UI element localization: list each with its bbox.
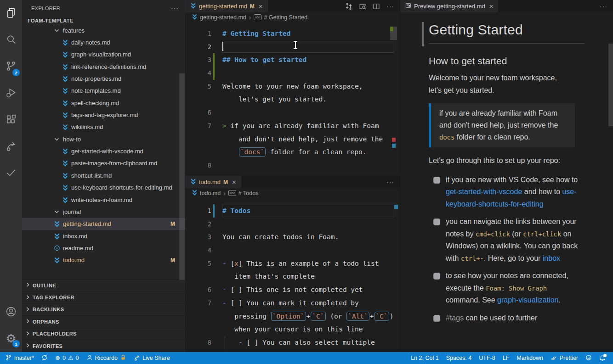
token: Welcome to your new foam workspace, <box>222 83 363 90</box>
open-preview-icon[interactable] <box>359 3 366 10</box>
file-get-started-with-vscode.md[interactable]: get-started-with-vscode.md <box>22 146 185 157</box>
file-daily-notes.md[interactable]: daily-notes.md <box>22 36 185 48</box>
section-tag-explorer[interactable]: TAG EXPLORER <box>22 291 185 303</box>
close-icon[interactable]: × <box>232 178 236 186</box>
file-note-properties.md[interactable]: note-properties.md <box>22 73 185 84</box>
explorer-more-actions[interactable]: ··· <box>171 5 179 12</box>
tree-item-label: link-reference-definitions.md <box>71 63 146 70</box>
token: [ ] You can mark it completed by <box>227 299 359 307</box>
status-language-mode[interactable]: Markdown <box>513 352 547 364</box>
file-write-notes-in-foam.md[interactable]: write-notes-in-foam.md <box>22 194 185 206</box>
explorer-sidebar: EXPLORER ··· FOAM-TEMPLATE featuresdaily… <box>22 0 185 352</box>
tab-getting-started.md[interactable]: getting-started.mdM× <box>185 0 268 12</box>
status-encoding[interactable]: UTF-8 <box>475 352 499 364</box>
wikilink[interactable]: get-started-with-vscode <box>446 188 522 196</box>
line-content: let's get you started. <box>238 93 327 106</box>
workspace-root-row[interactable]: FOAM-TEMPLATE <box>22 16 185 25</box>
split-editor-icon[interactable] <box>373 3 380 10</box>
activity-checks[interactable] <box>0 162 22 185</box>
line-content: > if you are already familiar with Foam <box>222 119 379 133</box>
code-editor[interactable]: 1# Todos23You can create todos in Foam.4… <box>185 198 400 352</box>
status-problems[interactable]: ⊗0⚠0 <box>51 352 82 364</box>
section-outline[interactable]: OUTLINE <box>22 279 185 291</box>
breadcrumb-symbol[interactable]: # Todos <box>238 190 259 196</box>
code-editor[interactable]: 1# Getting Started23## How to get starte… <box>185 22 400 176</box>
task-text: #tags can be used to further <box>446 312 537 325</box>
file-paste-images-from-clipboard.md[interactable]: paste-images-from-clipboard.md <box>22 157 185 169</box>
checkbox[interactable] <box>433 177 440 184</box>
section-backlinks[interactable]: BACKLINKS <box>22 303 185 315</box>
token: # Todos <box>222 207 250 214</box>
open-changes-icon[interactable] <box>345 3 352 10</box>
status-notifications[interactable] <box>596 352 609 364</box>
breadcrumb-symbol[interactable]: # Getting Started <box>264 14 307 21</box>
folder-how-to[interactable]: how-to <box>22 133 185 145</box>
section-favorites[interactable]: FAVORITES <box>22 340 185 352</box>
line-content: - [ ] You can mark it completed by <box>222 297 359 310</box>
activity-explorer[interactable] <box>0 3 22 25</box>
checkbox[interactable] <box>433 218 440 225</box>
file-shortcut-list.md[interactable]: shortcut-list.md <box>22 169 185 181</box>
breadcrumb-file[interactable]: todo.md <box>200 190 221 196</box>
folder-journal[interactable]: journal <box>22 206 185 218</box>
chevron-down-icon <box>53 27 60 34</box>
line-content: - [ ] This one is not completed yet <box>222 283 363 297</box>
activity-source-control[interactable]: 2 <box>0 56 22 78</box>
token: - <box>222 299 227 307</box>
status-sync[interactable] <box>38 352 51 364</box>
token: let's get you started. <box>238 95 327 103</box>
checkbox[interactable] <box>433 273 440 280</box>
file-readme.md[interactable]: readme.md <box>22 242 185 254</box>
activity-search[interactable] <box>0 29 22 51</box>
more-icon[interactable]: ··· <box>600 3 607 10</box>
tab-todo.md[interactable]: todo.mdM× <box>185 176 241 188</box>
section-orphans[interactable]: ORPHANS <box>22 315 185 327</box>
file-wikilinks.md[interactable]: wikilinks.md <box>22 121 185 133</box>
token: `docs` <box>239 147 266 157</box>
status-cursor-position[interactable]: Ln 2, Col 1 <box>407 352 442 364</box>
file-todo.md[interactable]: todo.mdM <box>22 254 185 266</box>
activity-bar: 2⚙1 <box>0 0 22 352</box>
preview-scrollbar[interactable] <box>608 44 613 126</box>
wikilink[interactable]: inbox <box>543 254 560 262</box>
activity-extensions[interactable] <box>0 109 22 131</box>
status-indentation[interactable]: Spaces: 4 <box>443 352 476 364</box>
file-inbox.md[interactable]: inbox.md <box>22 230 185 242</box>
inline-code: ctrl+click <box>523 230 561 238</box>
folder-features[interactable]: features <box>22 24 185 36</box>
status-git-branch[interactable]: master* <box>2 352 38 364</box>
activity-run-debug[interactable] <box>0 83 22 105</box>
checks-icon: ✓✓ <box>551 355 557 362</box>
status-feedback[interactable] <box>582 352 596 364</box>
code-line: and don't need help, just remove the <box>185 133 400 146</box>
file-link-reference-definitions.md[interactable]: link-reference-definitions.md <box>22 61 185 73</box>
token: + <box>306 313 311 320</box>
wikilink[interactable]: graph-visualization <box>497 296 558 304</box>
status-live-share[interactable]: Live Share <box>130 352 174 364</box>
activity-live-share[interactable] <box>0 136 22 158</box>
status-formatter[interactable]: ✓✓Prettier <box>547 352 582 364</box>
status-live-share-user[interactable]: Riccardo <box>83 352 130 364</box>
close-icon[interactable]: × <box>259 2 263 10</box>
tree-item-label: write-notes-in-foam.md <box>71 196 132 203</box>
activity-accounts[interactable] <box>0 302 22 324</box>
explorer-scrollbar[interactable] <box>179 73 185 280</box>
file-use-keyboard-shortcuts-for-editing.md[interactable]: use-keyboard-shortcuts-for-editing.md <box>22 182 185 194</box>
chevron-right-icon <box>25 307 30 313</box>
status-eol[interactable]: LF <box>499 352 513 364</box>
file-spell-checking.md[interactable]: spell-checking.md <box>22 97 185 109</box>
close-icon[interactable]: × <box>489 2 494 10</box>
tab-preview-getting-started[interactable]: Preview getting-started.md× <box>400 0 498 12</box>
file-getting-started.md[interactable]: getting-started.mdM <box>22 218 185 230</box>
section-placeholders[interactable]: PLACEHOLDERS <box>22 328 185 340</box>
file-tags-and-tag-explorer.md[interactable]: tags-and-tag-explorer.md <box>22 109 185 121</box>
activity-settings[interactable]: ⚙1 <box>0 327 22 349</box>
breadcrumb-file[interactable]: getting-started.md <box>200 14 246 21</box>
more-icon[interactable]: ··· <box>386 3 394 10</box>
preview-h1: Getting Started <box>429 22 585 44</box>
checkbox[interactable] <box>433 315 440 322</box>
more-icon[interactable]: ··· <box>386 179 394 186</box>
file-graph-visualization.md[interactable]: graph-visualization.md <box>22 49 185 61</box>
section-label: PLACEHOLDERS <box>33 331 77 336</box>
file-note-templates.md[interactable]: note-templates.md <box>22 85 185 97</box>
